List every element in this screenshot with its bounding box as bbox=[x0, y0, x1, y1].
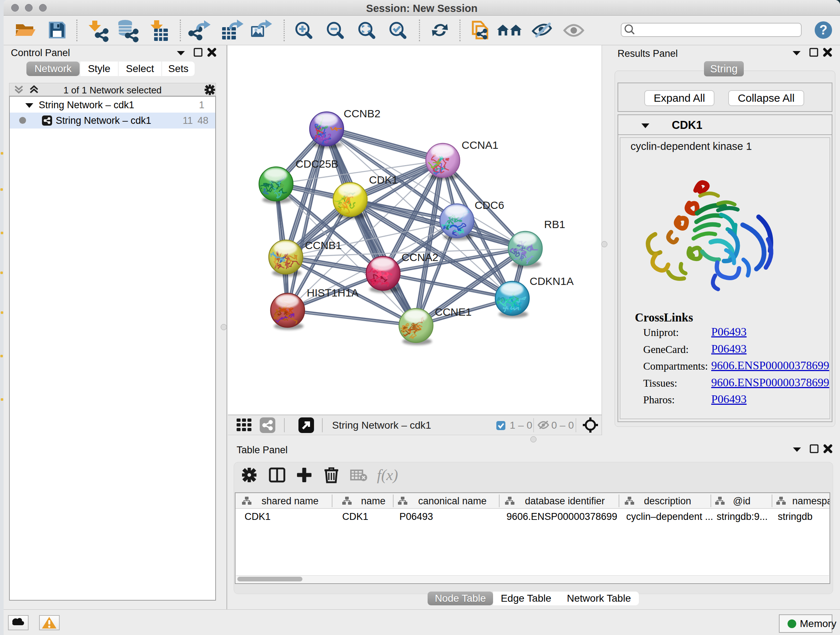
svg-text:CDK1: CDK1 bbox=[369, 174, 398, 186]
svg-text:P06493: P06493 bbox=[399, 511, 433, 522]
svg-text:CCNA2: CCNA2 bbox=[401, 251, 439, 263]
svg-text:CCNE1: CCNE1 bbox=[435, 306, 472, 318]
svg-text:namespac: namespac bbox=[792, 496, 829, 507]
svg-text:1 – 0: 1 – 0 bbox=[510, 420, 532, 431]
svg-text:description: description bbox=[644, 496, 691, 507]
svg-text:@id: @id bbox=[733, 496, 750, 507]
svg-text:CCNB2: CCNB2 bbox=[344, 108, 381, 119]
svg-text:0 – 0: 0 – 0 bbox=[551, 420, 574, 431]
svg-text:stringdb:9...: stringdb:9... bbox=[717, 511, 767, 522]
svg-text:CDK1: CDK1 bbox=[245, 511, 271, 522]
svg-text:CCNB1: CCNB1 bbox=[305, 239, 342, 251]
svg-text:?: ? bbox=[819, 22, 827, 37]
svg-text:shared name: shared name bbox=[262, 496, 319, 507]
svg-text:CDKN1A: CDKN1A bbox=[530, 275, 574, 287]
svg-text:String Network – cdk1: String Network – cdk1 bbox=[332, 420, 431, 431]
svg-text:database identifier: database identifier bbox=[525, 496, 605, 507]
svg-text:HIST1H1A: HIST1H1A bbox=[307, 287, 358, 299]
svg-text:CDC25B: CDC25B bbox=[295, 158, 338, 170]
svg-text:CDC6: CDC6 bbox=[475, 199, 504, 211]
svg-text:canonical name: canonical name bbox=[418, 496, 486, 507]
svg-text:CCNA1: CCNA1 bbox=[462, 139, 499, 151]
svg-text:stringdb: stringdb bbox=[778, 511, 813, 522]
svg-text:f(x): f(x) bbox=[377, 467, 398, 484]
svg-text:name: name bbox=[361, 496, 386, 507]
svg-text:RB1: RB1 bbox=[544, 218, 565, 230]
svg-text:9606.ENSP00000378699: 9606.ENSP00000378699 bbox=[507, 511, 617, 522]
svg-text:cyclin–dependent ...: cyclin–dependent ... bbox=[626, 511, 713, 522]
svg-text:CDK1: CDK1 bbox=[342, 511, 368, 522]
